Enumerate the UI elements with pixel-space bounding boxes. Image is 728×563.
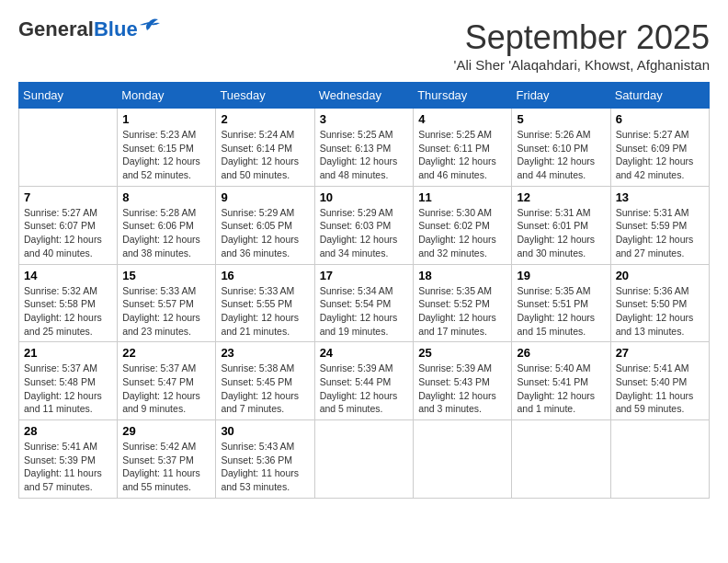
calendar-cell: 18Sunrise: 5:35 AMSunset: 5:52 PMDayligh… [414,264,512,342]
calendar-week-3: 14Sunrise: 5:32 AMSunset: 5:58 PMDayligh… [19,264,710,342]
calendar-cell [512,420,610,499]
calendar-cell: 12Sunrise: 5:31 AMSunset: 6:01 PMDayligh… [512,186,610,264]
calendar-cell: 22Sunrise: 5:37 AMSunset: 5:47 PMDayligh… [118,342,216,420]
day-number: 15 [122,269,210,282]
logo-bird-icon [140,17,160,34]
col-sunday: Sunday [19,83,118,109]
day-number: 19 [517,269,605,282]
col-thursday: Thursday [414,83,512,109]
day-info: Sunrise: 5:24 AMSunset: 6:14 PMDaylight:… [221,128,309,182]
day-info: Sunrise: 5:39 AMSunset: 5:43 PMDaylight:… [418,362,506,416]
calendar-cell: 17Sunrise: 5:34 AMSunset: 5:54 PMDayligh… [314,264,414,342]
day-info: Sunrise: 5:35 AMSunset: 5:52 PMDaylight:… [418,284,506,339]
header-row: Sunday Monday Tuesday Wednesday Thursday… [19,83,710,109]
day-number: 29 [122,424,210,438]
day-info: Sunrise: 5:37 AMSunset: 5:47 PMDaylight:… [122,362,210,416]
day-info: Sunrise: 5:23 AMSunset: 6:15 PMDaylight:… [122,128,210,182]
calendar-cell: 9Sunrise: 5:29 AMSunset: 6:05 PMDaylight… [216,186,314,264]
calendar-cell: 10Sunrise: 5:29 AMSunset: 6:03 PMDayligh… [314,186,414,264]
day-number: 14 [24,269,112,282]
calendar-cell: 21Sunrise: 5:37 AMSunset: 5:48 PMDayligh… [19,342,118,420]
day-number: 9 [221,190,309,204]
calendar-week-2: 7Sunrise: 5:27 AMSunset: 6:07 PMDaylight… [19,186,710,264]
day-info: Sunrise: 5:25 AMSunset: 6:11 PMDaylight:… [418,128,506,182]
col-friday: Friday [512,83,610,109]
day-info: Sunrise: 5:41 AMSunset: 5:40 PMDaylight:… [616,362,704,416]
day-info: Sunrise: 5:26 AMSunset: 6:10 PMDaylight:… [517,128,605,182]
day-number: 26 [517,346,605,360]
calendar-cell: 24Sunrise: 5:39 AMSunset: 5:44 PMDayligh… [314,342,414,420]
page-header: GeneralBlue September 2025 'Ali Sher 'Al… [18,18,710,73]
day-info: Sunrise: 5:43 AMSunset: 5:36 PMDaylight:… [221,440,309,494]
calendar-cell: 28Sunrise: 5:41 AMSunset: 5:39 PMDayligh… [19,420,118,499]
day-number: 13 [616,190,704,204]
day-number: 27 [616,346,704,360]
day-number: 24 [320,346,409,360]
calendar-cell: 20Sunrise: 5:36 AMSunset: 5:50 PMDayligh… [610,264,709,342]
day-info: Sunrise: 5:25 AMSunset: 6:13 PMDaylight:… [320,128,409,182]
day-info: Sunrise: 5:36 AMSunset: 5:50 PMDaylight:… [616,284,704,339]
calendar-cell: 5Sunrise: 5:26 AMSunset: 6:10 PMDaylight… [512,109,610,187]
calendar-week-1: 1Sunrise: 5:23 AMSunset: 6:15 PMDaylight… [19,109,710,187]
calendar-cell [314,420,414,499]
calendar-cell: 14Sunrise: 5:32 AMSunset: 5:58 PMDayligh… [19,264,118,342]
calendar-header: Sunday Monday Tuesday Wednesday Thursday… [19,83,710,109]
day-number: 3 [320,112,409,126]
calendar-cell: 23Sunrise: 5:38 AMSunset: 5:45 PMDayligh… [216,342,314,420]
day-info: Sunrise: 5:39 AMSunset: 5:44 PMDaylight:… [320,362,409,416]
day-number: 1 [122,112,210,126]
day-number: 18 [418,269,506,282]
calendar-cell: 27Sunrise: 5:41 AMSunset: 5:40 PMDayligh… [610,342,709,420]
calendar-week-4: 21Sunrise: 5:37 AMSunset: 5:48 PMDayligh… [19,342,710,420]
calendar-cell: 2Sunrise: 5:24 AMSunset: 6:14 PMDaylight… [216,109,314,187]
location-title: 'Ali Sher 'Alaqahdari, Khowst, Afghanist… [454,57,710,73]
day-number: 4 [418,112,506,126]
day-info: Sunrise: 5:40 AMSunset: 5:41 PMDaylight:… [517,362,605,416]
calendar-cell [610,420,709,499]
logo-text: GeneralBlue [18,18,138,40]
calendar-cell: 15Sunrise: 5:33 AMSunset: 5:57 PMDayligh… [118,264,216,342]
day-info: Sunrise: 5:35 AMSunset: 5:51 PMDaylight:… [517,284,605,339]
day-info: Sunrise: 5:29 AMSunset: 6:05 PMDaylight:… [221,206,309,260]
calendar-cell: 13Sunrise: 5:31 AMSunset: 5:59 PMDayligh… [610,186,709,264]
calendar-cell: 11Sunrise: 5:30 AMSunset: 6:02 PMDayligh… [414,186,512,264]
day-info: Sunrise: 5:31 AMSunset: 6:01 PMDaylight:… [517,206,605,260]
calendar-body: 1Sunrise: 5:23 AMSunset: 6:15 PMDaylight… [19,109,710,499]
day-number: 21 [24,346,112,360]
day-number: 6 [616,112,704,126]
day-info: Sunrise: 5:27 AMSunset: 6:07 PMDaylight:… [24,206,112,260]
day-info: Sunrise: 5:27 AMSunset: 6:09 PMDaylight:… [616,128,704,182]
calendar-cell: 29Sunrise: 5:42 AMSunset: 5:37 PMDayligh… [118,420,216,499]
col-saturday: Saturday [610,83,709,109]
day-info: Sunrise: 5:34 AMSunset: 5:54 PMDaylight:… [320,284,409,339]
day-info: Sunrise: 5:31 AMSunset: 5:59 PMDaylight:… [616,206,704,260]
day-number: 7 [24,190,112,204]
day-number: 16 [221,269,309,282]
col-wednesday: Wednesday [314,83,414,109]
calendar-cell [414,420,512,499]
calendar-cell: 25Sunrise: 5:39 AMSunset: 5:43 PMDayligh… [414,342,512,420]
title-block: September 2025 'Ali Sher 'Alaqahdari, Kh… [454,18,710,73]
day-info: Sunrise: 5:37 AMSunset: 5:48 PMDaylight:… [24,362,112,416]
calendar-cell: 19Sunrise: 5:35 AMSunset: 5:51 PMDayligh… [512,264,610,342]
calendar-cell: 4Sunrise: 5:25 AMSunset: 6:11 PMDaylight… [414,109,512,187]
calendar-cell: 8Sunrise: 5:28 AMSunset: 6:06 PMDaylight… [118,186,216,264]
calendar-week-5: 28Sunrise: 5:41 AMSunset: 5:39 PMDayligh… [19,420,710,499]
day-number: 5 [517,112,605,126]
day-number: 30 [221,424,309,438]
day-info: Sunrise: 5:28 AMSunset: 6:06 PMDaylight:… [122,206,210,260]
day-info: Sunrise: 5:33 AMSunset: 5:55 PMDaylight:… [221,284,309,339]
day-info: Sunrise: 5:29 AMSunset: 6:03 PMDaylight:… [320,206,409,260]
day-number: 17 [320,269,409,282]
calendar-cell [19,109,118,187]
calendar-cell: 3Sunrise: 5:25 AMSunset: 6:13 PMDaylight… [314,109,414,187]
col-monday: Monday [118,83,216,109]
day-number: 2 [221,112,309,126]
calendar-cell: 1Sunrise: 5:23 AMSunset: 6:15 PMDaylight… [118,109,216,187]
day-number: 22 [122,346,210,360]
calendar-cell: 26Sunrise: 5:40 AMSunset: 5:41 PMDayligh… [512,342,610,420]
col-tuesday: Tuesday [216,83,314,109]
month-title: September 2025 [454,18,710,57]
day-info: Sunrise: 5:42 AMSunset: 5:37 PMDaylight:… [122,440,210,494]
calendar-cell: 6Sunrise: 5:27 AMSunset: 6:09 PMDaylight… [610,109,709,187]
